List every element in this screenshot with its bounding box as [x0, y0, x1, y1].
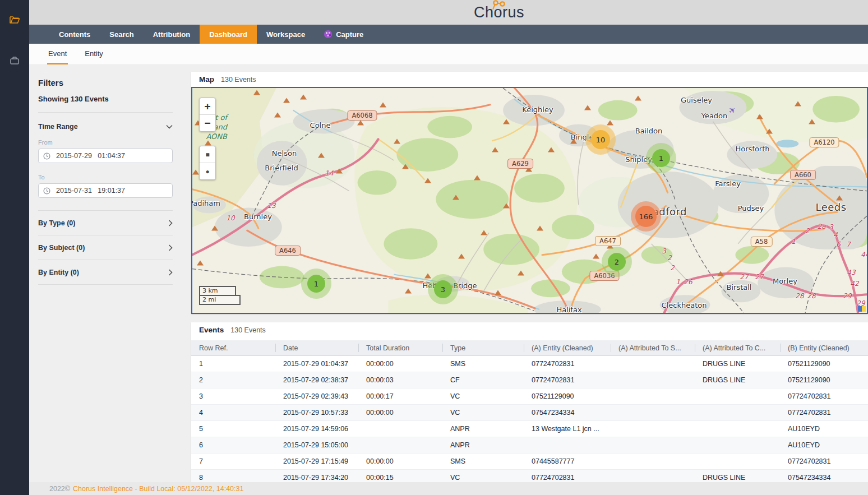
app-header: Chorus: [29, 0, 868, 25]
table-row[interactable]: 82015-07-29 17:34:2000:00:15VC0772470283…: [191, 470, 868, 482]
table-cell: [695, 388, 780, 404]
peak-icon: [424, 178, 431, 183]
chevron-right-icon: [168, 269, 173, 276]
table-cell: 07724702831: [524, 470, 611, 482]
airport-icon: ✈: [726, 104, 738, 117]
column-header-4[interactable]: Type: [442, 340, 524, 355]
table-cell: [611, 470, 695, 482]
table-cell: CF: [442, 372, 524, 388]
map[interactable]: st oflandAONBKeighleyColneNelsonBrierfie…: [191, 87, 868, 314]
table-cell: 1: [191, 356, 275, 372]
nav-item-contents[interactable]: Contents: [49, 25, 100, 44]
peak-icon: [836, 196, 843, 201]
nav-item-label: Workspace: [266, 30, 305, 39]
table-cell: VC: [442, 405, 524, 420]
filter-group-by-subject[interactable]: By Subject (0): [38, 235, 173, 260]
map-event-count: 130 Events: [221, 76, 256, 84]
nav-item-dashboard[interactable]: Dashboard: [200, 25, 257, 44]
from-datetime-input[interactable]: [55, 151, 168, 160]
peak-icon: [503, 203, 510, 209]
zoom-out-button[interactable]: −: [200, 114, 215, 131]
filter-group-by-entity[interactable]: By Entity (0): [38, 260, 173, 285]
table-cell: 07521129090: [780, 372, 868, 388]
table-row[interactable]: 12015-07-29 01:04:3700:00:00SMS077247028…: [191, 356, 868, 372]
column-header-6[interactable]: (A) Attributed To S...: [611, 340, 695, 355]
event-cluster[interactable]: 1: [646, 143, 676, 173]
nav-item-workspace[interactable]: Workspace: [257, 25, 315, 44]
column-header-5[interactable]: (A) Entity (Cleaned): [524, 340, 611, 355]
event-cluster-count: 166: [635, 206, 657, 227]
table-cell: 2015-07-29 10:57:33: [275, 405, 358, 420]
junction-number: 6: [836, 240, 841, 248]
nav-item-capture[interactable]: Capture: [315, 25, 373, 44]
table-cell: [358, 421, 442, 437]
scale-mi: 2 mi: [199, 295, 241, 305]
to-datetime-input[interactable]: [55, 186, 168, 195]
peak-icon: [495, 290, 501, 295]
footer-build-info[interactable]: Chorus Intelligence - Build Local: 05/12…: [73, 485, 243, 493]
event-cluster[interactable]: 10: [585, 124, 616, 155]
table-cell: 4: [191, 405, 275, 420]
peak-icon: [635, 96, 641, 101]
event-cluster-count: 2: [608, 253, 626, 271]
tab-event[interactable]: Event: [47, 44, 68, 64]
map-town-label: Yeadon: [701, 112, 728, 120]
table-cell: 2015-07-29 17:34:20: [275, 470, 358, 482]
draw-circle-button[interactable]: ●: [200, 163, 215, 179]
event-cluster[interactable]: 1: [301, 269, 331, 299]
column-header-2[interactable]: Date: [275, 340, 358, 355]
junction-number: 10: [226, 214, 234, 222]
tab-entity[interactable]: Entity: [84, 44, 104, 64]
event-cluster[interactable]: 3: [428, 274, 458, 304]
table-cell: 5: [191, 421, 275, 437]
table-cell: 2015-07-29 01:04:37: [275, 356, 358, 372]
case-button[interactable]: [0, 49, 29, 72]
junction-number: 1: [791, 238, 796, 246]
filter-groups: By Type (0)By Subject (0)By Entity (0): [38, 210, 173, 285]
table-cell: [695, 437, 780, 453]
table-row[interactable]: 52015-07-29 14:59:06ANPR13 Westgate L1 j…: [191, 421, 868, 437]
nav-item-label: Contents: [59, 30, 90, 39]
table-cell: 00:00:03: [358, 372, 442, 388]
folder-open-icon: [8, 13, 21, 26]
filter-group-label: By Type (0): [38, 219, 75, 227]
map-scale-bar: 3 km 2 mi: [199, 286, 241, 305]
table-cell: 00:00:00: [358, 405, 442, 420]
table-row[interactable]: 42015-07-29 10:57:3300:00:00VC0754723433…: [191, 405, 868, 421]
peak-icon: [474, 175, 481, 181]
filter-group-label: By Subject (0): [38, 244, 85, 252]
open-folder-button[interactable]: [0, 8, 29, 31]
clock-icon: [43, 187, 50, 195]
time-range-header[interactable]: Time Range: [38, 123, 173, 131]
peak-icon: [253, 90, 260, 95]
junction-number: 14: [325, 169, 333, 177]
table-cell: 07724702831: [780, 388, 868, 404]
table-row[interactable]: 32015-07-29 02:39:4300:00:17VC0752112909…: [191, 388, 868, 405]
column-header-1[interactable]: Row Ref.: [191, 340, 275, 355]
event-cluster[interactable]: 2: [602, 247, 632, 277]
nav-item-attribution[interactable]: Attribution: [144, 25, 200, 44]
peak-icon: [518, 271, 524, 276]
nav-item-search[interactable]: Search: [100, 25, 143, 44]
table-row[interactable]: 62015-07-29 15:05:00ANPRAU10EYD: [191, 437, 868, 454]
column-header-8[interactable]: (B) Entity (Cleaned): [780, 340, 868, 355]
map-town-label: Farsley: [715, 179, 741, 188]
event-cluster[interactable]: 166: [631, 201, 661, 232]
filter-group-by-type[interactable]: By Type (0): [38, 211, 173, 235]
table-row[interactable]: 72015-07-29 17:15:4900:00:00SMS074455877…: [191, 454, 868, 470]
draw-rectangle-button[interactable]: ■: [200, 146, 215, 163]
from-datetime-field[interactable]: [38, 149, 173, 163]
table-row[interactable]: 22015-07-29 02:38:3700:00:03CF0772470283…: [191, 372, 868, 388]
column-header-3[interactable]: Total Duration: [358, 340, 442, 355]
to-datetime-field[interactable]: [38, 183, 173, 198]
map-town-label: Keighley: [522, 105, 553, 114]
road-badge: A646: [275, 246, 301, 256]
junction-number: 2a: [818, 223, 826, 230]
junction-number: 3: [662, 247, 666, 255]
junction-number: 4: [833, 231, 838, 239]
peak-icon: [380, 103, 386, 108]
road-badge: A6068: [347, 110, 377, 121]
table-cell: 7: [191, 454, 275, 469]
zoom-in-button[interactable]: +: [200, 98, 215, 114]
column-header-7[interactable]: (A) Attributed To C...: [695, 340, 780, 355]
